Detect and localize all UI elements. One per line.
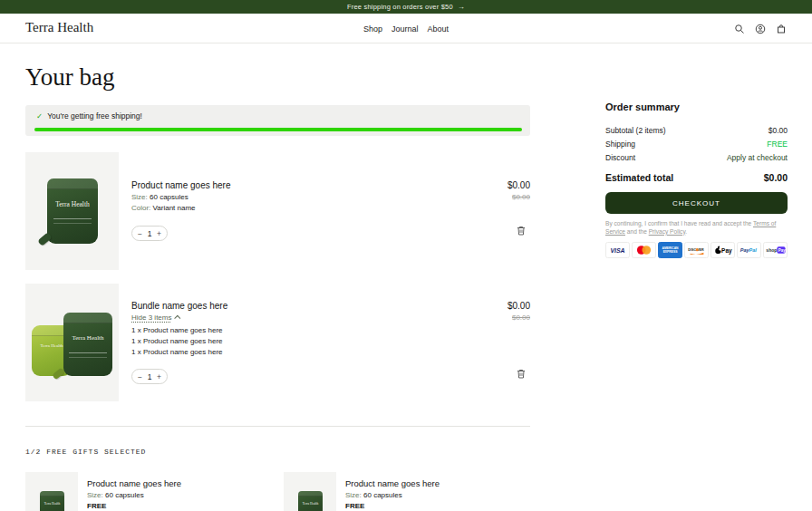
discover-icon: DISC VER: [684, 242, 709, 258]
product-image: Terra Health: [25, 152, 119, 270]
bag-icon[interactable]: [776, 24, 787, 34]
svg-text:VISA: VISA: [610, 247, 624, 254]
visa-icon: VISA: [605, 242, 630, 258]
gift-price: FREE: [345, 502, 364, 510]
section-divider: [25, 426, 530, 427]
gift-image: Terra Health: [284, 472, 336, 511]
quantity-increase-button[interactable]: +: [157, 229, 161, 238]
gift-size: Size: 60 capsules: [345, 491, 402, 499]
arrow-right-icon: →: [458, 3, 465, 11]
svg-text:Pay: Pay: [778, 248, 786, 253]
quantity-increase-button[interactable]: +: [157, 372, 161, 381]
gift-name: Product name goes here: [345, 478, 440, 488]
check-icon: ✓: [36, 111, 43, 121]
trash-icon: [517, 226, 526, 236]
discount-value: Apply at checkout: [727, 153, 788, 162]
item-compare-price: $0.00: [512, 193, 530, 201]
quantity-decrease-button[interactable]: −: [138, 229, 142, 238]
privacy-policy-link[interactable]: Privacy Policy: [649, 228, 686, 235]
apple-pay-icon: Pay: [710, 242, 735, 258]
bundle-name: Bundle name goes here: [131, 301, 227, 311]
gift-price: FREE: [87, 502, 106, 510]
nav-item-about[interactable]: About: [428, 24, 450, 34]
cart-item-bundle: Terra Health Terra Health Bundle name go…: [25, 284, 530, 401]
nav-item-journal[interactable]: Journal: [392, 24, 419, 34]
shipping-progress-track: [34, 128, 522, 131]
shipping-value: FREE: [767, 140, 788, 149]
chevron-up-icon: [175, 315, 181, 322]
page-title: Your bag: [25, 63, 115, 92]
announcement-banner[interactable]: Free shipping on orders over $50 →: [0, 0, 812, 14]
trash-icon: [517, 369, 526, 379]
gift-name: Product name goes here: [87, 478, 181, 488]
quantity-stepper[interactable]: − 1 +: [131, 369, 168, 384]
gift-card[interactable]: Terra Health Product name goes here Size…: [284, 472, 542, 511]
subtotal-value: $0.00: [768, 126, 788, 135]
item-compare-price: $0.00: [512, 313, 530, 322]
cart-item: Terra Health Product name goes here Size…: [25, 152, 530, 270]
quantity-value: 1: [148, 372, 152, 381]
cart-page: Free shipping on orders over $50 → Terra…: [0, 0, 812, 511]
svg-text:Pal: Pal: [749, 247, 758, 253]
svg-text:Pay: Pay: [721, 247, 732, 255]
summary-row-discount: Discount Apply at checkout: [605, 153, 788, 162]
svg-text:EXPRESS: EXPRESS: [663, 250, 679, 254]
summary-row-subtotal: Subtotal (2 items) $0.00: [605, 126, 788, 135]
search-icon[interactable]: [734, 24, 745, 34]
summary-row-shipping: Shipping FREE: [605, 140, 788, 149]
payment-methods: VISA AMERICAN EXPRESS DISC VER: [605, 242, 788, 258]
checkout-button[interactable]: CHECKOUT: [605, 192, 788, 214]
free-shipping-message: You're getting free shipping!: [47, 111, 142, 121]
bundle-image: Terra Health Terra Health: [25, 284, 119, 401]
quantity-decrease-button[interactable]: −: [138, 372, 142, 381]
main-nav: Shop Journal About: [0, 14, 812, 43]
svg-text:shop: shop: [766, 247, 777, 253]
product-size: Size: 60 capsules: [131, 193, 188, 201]
announcement-text: Free shipping on orders over $50: [347, 3, 453, 11]
item-price: $0.00: [508, 180, 530, 190]
site-header: Terra Health Shop Journal About: [0, 14, 812, 43]
gift-size: Size: 60 capsules: [87, 491, 144, 499]
shop-pay-icon: shop Pay: [763, 242, 788, 258]
product-name: Product name goes here: [131, 180, 231, 190]
quantity-value: 1: [148, 229, 152, 238]
nav-item-shop[interactable]: Shop: [363, 24, 382, 34]
order-summary: Order summary Subtotal (2 items) $0.00 S…: [605, 101, 788, 112]
remove-item-button[interactable]: [517, 226, 526, 236]
free-gifts-title: 1/2 FREE GIFTS SELECTED: [25, 448, 146, 456]
gift-card[interactable]: Terra Health Product name goes here Size…: [25, 472, 284, 511]
shipping-progress-bar: [34, 128, 522, 131]
quantity-stepper[interactable]: − 1 +: [131, 226, 168, 241]
terms-text: By continuing, I confirm that I have rea…: [605, 220, 788, 236]
estimated-total-row: Estimated total $0.00: [605, 172, 788, 183]
bundle-toggle[interactable]: Hide 3 items: [131, 313, 180, 322]
item-price: $0.00: [508, 301, 530, 311]
amex-icon: AMERICAN EXPRESS: [658, 242, 682, 258]
free-shipping-notice: ✓ You're getting free shipping!: [25, 105, 530, 136]
estimated-total-value: $0.00: [764, 172, 788, 183]
free-gifts-list: Terra Health Product name goes here Size…: [25, 472, 542, 511]
product-color: Color: Variant name: [131, 204, 196, 212]
paypal-icon: Pay Pal: [737, 242, 761, 258]
mastercard-icon: [632, 242, 656, 258]
order-summary-title: Order summary: [605, 101, 788, 112]
remove-item-button[interactable]: [517, 369, 526, 379]
bundle-content-line: 1 x Product name goes here: [131, 337, 223, 345]
bundle-content-line: 1 x Product name goes here: [131, 326, 223, 334]
header-icons: [734, 14, 787, 43]
account-icon[interactable]: [755, 24, 766, 34]
bundle-content-line: 1 x Product name goes here: [131, 348, 223, 356]
gift-image: Terra Health: [25, 472, 78, 511]
